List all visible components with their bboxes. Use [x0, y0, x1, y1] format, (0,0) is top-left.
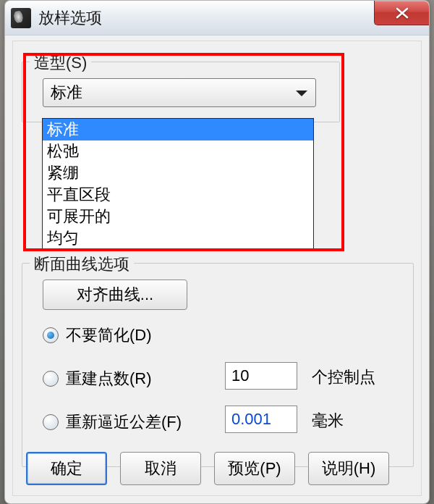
- radio-rebuild[interactable]: 重建点数(R): [43, 368, 152, 390]
- help-label: 说明(H): [322, 458, 376, 479]
- preview-button[interactable]: 预览(P): [214, 452, 295, 485]
- style-option-1[interactable]: 松弛: [43, 140, 313, 162]
- section-group-legend: 断面曲线选项: [30, 253, 134, 275]
- style-group: 造型(S) 标准: [22, 62, 340, 122]
- style-dropdown-list[interactable]: 标准 松弛 紧绷 平直区段 可展开的 均匀: [42, 118, 314, 250]
- chevron-down-icon: [295, 83, 308, 102]
- rebuild-count-value: 10: [231, 366, 249, 385]
- radio-refit[interactable]: 重新逼近公差(F): [43, 411, 182, 433]
- dialog-window: 放样选项 造型(S) 标准 标准 松弛 紧绷 平直区段 可展开的 均: [4, 0, 430, 504]
- style-combobox[interactable]: 标准: [43, 78, 316, 107]
- close-icon: [394, 7, 410, 19]
- refit-tolerance-input[interactable]: 0.001: [225, 406, 297, 433]
- app-icon: [11, 8, 31, 28]
- dialog-button-row: 确定 取消 预览(P) 说明(H): [26, 452, 389, 485]
- refit-unit-label: 毫米: [312, 410, 344, 432]
- close-button[interactable]: [374, 1, 429, 25]
- title-text: 放样选项: [38, 7, 102, 29]
- style-option-4[interactable]: 可展开的: [43, 206, 313, 227]
- align-curves-button[interactable]: 对齐曲线...: [43, 280, 187, 310]
- help-button[interactable]: 说明(H): [308, 452, 389, 485]
- section-group: 断面曲线选项 对齐曲线... 不要简化(D) 重建点数(R) 10 个控制点 重…: [22, 263, 414, 467]
- cancel-label: 取消: [145, 458, 176, 479]
- ok-button[interactable]: 确定: [26, 452, 107, 485]
- style-option-5[interactable]: 均匀: [43, 227, 313, 249]
- align-curves-label: 对齐曲线...: [77, 284, 153, 306]
- radio-refit-label: 重新逼近公差(F): [66, 411, 182, 433]
- refit-tolerance-value: 0.001: [231, 410, 271, 429]
- ok-label: 确定: [51, 458, 82, 479]
- radio-rebuild-indicator: [43, 371, 59, 387]
- radio-nosimplify-indicator: [43, 327, 59, 343]
- style-group-legend: 造型(S): [30, 52, 91, 74]
- rebuild-count-input[interactable]: 10: [225, 362, 297, 390]
- style-option-3[interactable]: 平直区段: [43, 184, 313, 206]
- preview-label: 预览(P): [228, 458, 281, 479]
- radio-nosimplify-label: 不要简化(D): [66, 324, 152, 346]
- style-option-2[interactable]: 紧绷: [43, 162, 313, 184]
- titlebar: 放样选项: [5, 1, 429, 35]
- style-combobox-value: 标准: [51, 82, 82, 104]
- client-area: 造型(S) 标准 标准 松弛 紧绷 平直区段 可展开的 均匀 断面曲线选项 对齐…: [12, 41, 422, 496]
- style-option-0[interactable]: 标准: [43, 119, 313, 140]
- rebuild-unit-label: 个控制点: [312, 366, 375, 388]
- radio-rebuild-label: 重建点数(R): [66, 368, 152, 390]
- radio-nosimplify[interactable]: 不要简化(D): [43, 324, 152, 346]
- cancel-button[interactable]: 取消: [120, 452, 201, 485]
- radio-refit-indicator: [43, 414, 59, 430]
